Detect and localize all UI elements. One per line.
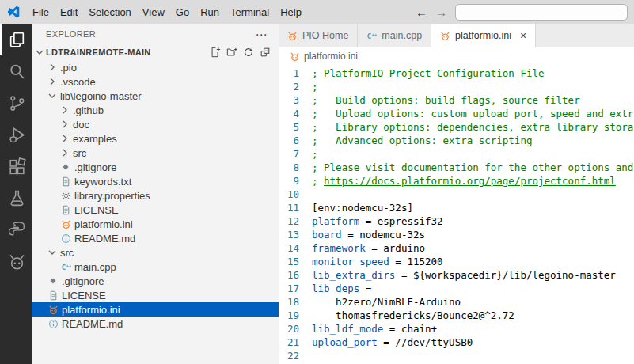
tree-root-folder[interactable]: LDTRAINREMOTE-MAIN <box>32 44 279 60</box>
tab-pio-home[interactable]: PIO Home <box>279 24 358 47</box>
tree-item-readme-md[interactable]: README.md <box>32 317 279 331</box>
line-number: 22 <box>279 349 312 362</box>
editor-line-3: 3; Build options: build flags, source fi… <box>279 93 634 107</box>
editor-line-19: 19 thomasfredericks/Bounce2@^2.72 <box>279 309 634 322</box>
extensions-icon[interactable] <box>0 150 32 182</box>
tab-platformio-ini[interactable]: platformio.ini× <box>431 24 536 47</box>
menu-edit[interactable]: Edit <box>55 4 83 21</box>
ant-file-icon <box>59 219 73 229</box>
menu-bar: FileEditSelectionViewGoRunTerminalHelp <box>27 4 307 21</box>
tree-item-vscode[interactable]: .vscode <box>32 74 279 89</box>
tab-main-cpp[interactable]: C++main.cpp <box>358 24 431 47</box>
editor-line-7: 7; <box>279 147 634 161</box>
tree-item-doc[interactable]: doc <box>32 117 279 131</box>
breadcrumb[interactable]: platformio.ini <box>279 47 634 65</box>
tree-item-label: platformio.ini <box>74 218 133 230</box>
explorer-header: EXPLORER ⋯ <box>32 24 279 44</box>
editor-line-18: 18 h2zero/NimBLE-Arduino <box>279 295 634 309</box>
code-editor[interactable]: 1; PlatformIO Project Configuration File… <box>279 65 634 364</box>
tree-item-platformio-ini[interactable]: platformio.ini <box>32 302 279 317</box>
new-folder-icon[interactable] <box>226 47 237 58</box>
back-arrow-icon[interactable]: ← <box>416 6 427 18</box>
python-icon[interactable] <box>0 214 32 245</box>
svg-text:C: C <box>367 32 371 40</box>
tree-item-pio[interactable]: .pio <box>32 60 279 74</box>
search-icon[interactable] <box>0 55 32 87</box>
menu-help[interactable]: Help <box>275 4 307 21</box>
tree-item-library-properties[interactable]: library.properties <box>32 188 279 203</box>
menu-file[interactable]: File <box>27 4 55 21</box>
tree-item-label: LICENSE <box>74 204 119 216</box>
tree-item-readme-md[interactable]: README.md <box>32 231 279 245</box>
line-number: 16 <box>279 268 312 282</box>
menu-selection[interactable]: Selection <box>83 4 136 21</box>
command-center-search[interactable] <box>455 4 628 21</box>
refresh-icon[interactable] <box>243 47 254 58</box>
tree-item-gitignore[interactable]: .gitignore <box>32 160 279 174</box>
menu-run[interactable]: Run <box>195 4 225 21</box>
tree-item-keywords-txt[interactable]: keywords.txt <box>32 174 279 188</box>
source-control-icon[interactable] <box>0 87 32 119</box>
doc-file-icon <box>46 290 60 301</box>
line-number: 6 <box>279 134 312 147</box>
doc-file-icon <box>59 205 73 215</box>
vscode-window: FileEditSelectionViewGoRunTerminalHelp ←… <box>0 0 634 364</box>
tree-item-main-cpp[interactable]: C++main.cpp <box>32 260 279 274</box>
tree-item-src[interactable]: src <box>32 146 279 160</box>
line-number: 19 <box>279 309 312 322</box>
line-content: board = nodemcu-32s <box>312 228 425 241</box>
tree-item-label: src <box>73 147 86 159</box>
line-number: 1 <box>279 66 312 80</box>
editor-line-22: 22 <box>279 349 634 362</box>
chevron-right-icon <box>46 75 59 88</box>
line-content: monitor_speed = 115200 <box>312 255 443 268</box>
editor-group: PIO HomeC++main.cppplatformio.ini× platf… <box>279 24 634 364</box>
tree-item-platformio-ini[interactable]: platformio.ini <box>32 217 279 231</box>
menu-view[interactable]: View <box>137 4 170 21</box>
tree-item-gitignore[interactable]: .gitignore <box>32 274 279 288</box>
tree-item-lib-legoino-master[interactable]: lib\legoino-master <box>32 89 279 103</box>
line-content: ; PlatformIO Project Configuration File <box>312 66 545 80</box>
tree-item-examples[interactable]: examples <box>32 131 279 146</box>
line-number: 14 <box>279 241 312 255</box>
line-number: 3 <box>279 93 312 107</box>
forward-arrow-icon[interactable]: → <box>435 6 447 18</box>
line-content: ; Upload options: custom upload port, sp… <box>312 107 634 120</box>
line-content: lib_ldf_mode = chain+ <box>312 322 437 336</box>
line-number: 10 <box>279 188 312 201</box>
more-actions-icon[interactable]: ⋯ <box>256 28 268 40</box>
editor-line-15: 15monitor_speed = 115200 <box>279 255 634 268</box>
line-content: ; Build options: build flags, source fil… <box>312 93 580 107</box>
line-content: ; <box>312 80 318 93</box>
close-tab-icon[interactable]: × <box>520 29 526 42</box>
collapse-all-icon[interactable] <box>260 47 271 58</box>
explorer-icon[interactable] <box>0 24 32 55</box>
new-file-icon[interactable] <box>210 47 221 58</box>
tree-item-github[interactable]: .github <box>32 103 279 117</box>
tree-item-label: main.cpp <box>74 261 116 273</box>
explorer-sidebar: EXPLORER ⋯ LDTRAINREMOTE-MAIN .pio.vscod… <box>32 24 279 364</box>
platformio-icon[interactable] <box>0 245 32 277</box>
cpp-file-icon: C++ <box>366 31 377 41</box>
line-content: upload_port = //dev/ttyUSB0 <box>312 336 473 349</box>
line-number: 17 <box>279 282 312 295</box>
tree-item-label: platformio.ini <box>62 304 120 316</box>
chevron-right-icon <box>59 118 71 131</box>
cpp-file-icon: C++ <box>59 262 73 272</box>
svg-text:++: ++ <box>66 263 71 267</box>
chevron-right-icon <box>46 61 59 74</box>
run-and-debug-icon[interactable] <box>0 119 32 150</box>
tree-item-src[interactable]: src <box>32 245 279 260</box>
tree-item-license[interactable]: LICENSE <box>32 288 279 302</box>
tree-item-license[interactable]: LICENSE <box>32 203 279 217</box>
editor-line-12: 12platform = espressif32 <box>279 214 634 228</box>
menu-terminal[interactable]: Terminal <box>225 4 275 21</box>
tree-item-label: .pio <box>60 62 77 74</box>
line-content: framework = arduino <box>312 241 425 255</box>
testing-icon[interactable] <box>0 182 32 214</box>
editor-line-13: 13board = nodemcu-32s <box>279 228 634 241</box>
editor-line-17: 17lib_deps = <box>279 282 634 295</box>
menu-go[interactable]: Go <box>170 4 195 21</box>
breadcrumb-label: platformio.ini <box>304 51 358 62</box>
activity-bar <box>0 24 32 364</box>
